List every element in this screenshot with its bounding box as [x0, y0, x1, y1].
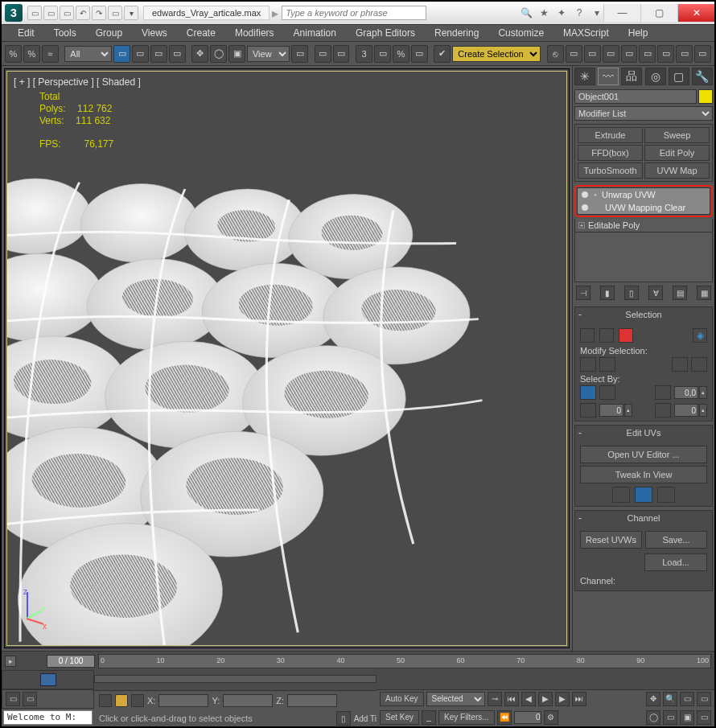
motion-panel-icon[interactable]: ◎ — [645, 68, 666, 85]
modify-panel-icon[interactable]: 〰 — [598, 68, 619, 85]
snap-icon[interactable]: 3 — [356, 45, 372, 63]
undo-icon[interactable]: ↶ — [76, 6, 90, 20]
close-button[interactable]: ✕ — [677, 4, 714, 22]
keymode-icon[interactable]: ⊸ — [488, 692, 502, 706]
coord-x-field[interactable] — [158, 694, 208, 707]
unlink-icon[interactable]: % — [23, 45, 40, 63]
modifier-list-dropdown[interactable]: Modifier List — [574, 106, 713, 121]
current-frame-field[interactable] — [514, 711, 541, 724]
expand-icon[interactable]: + — [578, 222, 585, 228]
help-drop-icon[interactable]: ▾ — [590, 6, 603, 19]
play-icon[interactable]: ▶ — [538, 692, 553, 706]
stack-item-uvwclear[interactable]: UVW Mapping Clear — [578, 201, 710, 214]
angle-icon[interactable] — [599, 385, 615, 400]
link-icon[interactable]: % — [5, 45, 22, 63]
element-subobj-icon[interactable]: ◈ — [693, 328, 707, 343]
render-setup-icon[interactable]: ▭ — [657, 45, 674, 63]
sg-icon[interactable] — [655, 403, 671, 417]
nav-zoom-icon[interactable]: 🔍 — [663, 692, 677, 706]
nav-walk-icon[interactable]: ▭ — [663, 710, 677, 725]
nav-orbit-icon[interactable]: ◯ — [646, 710, 660, 725]
matid-icon[interactable] — [580, 403, 596, 417]
anglesnap-icon[interactable]: ▭ — [374, 45, 391, 63]
favorite-icon[interactable]: ★ — [537, 6, 550, 19]
keymode-icon[interactable]: ▭ — [333, 45, 350, 63]
mini-tv-icon[interactable]: ▭ — [6, 692, 20, 706]
menu-grapheditors[interactable]: Graph Editors — [346, 25, 425, 41]
select-name-icon[interactable]: ▭ — [132, 45, 149, 63]
planar-icon[interactable] — [580, 385, 596, 400]
link-icon[interactable]: ▭ — [108, 6, 122, 20]
prev-key-icon[interactable]: ⏪ — [497, 710, 512, 725]
nav-maximize-icon[interactable]: ▣ — [680, 710, 694, 725]
selection-filter-dropdown[interactable]: All — [64, 46, 112, 62]
menu-group[interactable]: Group — [86, 25, 132, 41]
hierarchy-panel-icon[interactable]: 品 — [621, 68, 642, 85]
menu-modifiers[interactable]: Modifiers — [225, 25, 284, 41]
editnamed-icon[interactable]: ✔ — [434, 45, 451, 63]
add-time-tag-icon[interactable]: ▯ — [336, 711, 351, 726]
move-icon[interactable]: ✥ — [191, 45, 208, 63]
menu-tools[interactable]: Tools — [44, 25, 86, 41]
abs-rel-icon[interactable] — [131, 694, 144, 707]
schematic-icon[interactable]: ▭ — [621, 45, 638, 63]
lock-icon[interactable] — [115, 694, 128, 707]
keyfilters-button[interactable]: Key Filters... — [438, 710, 495, 725]
mirror-icon[interactable]: ⎋ — [547, 45, 564, 63]
infocenter-icon[interactable]: 🔍 — [520, 6, 533, 19]
scale-icon[interactable]: ▣ — [228, 45, 245, 63]
unique-icon[interactable]: ▯ — [624, 286, 639, 300]
trackbar-mini[interactable] — [2, 670, 94, 689]
menu-maxscript[interactable]: MAXScript — [553, 25, 619, 41]
help-icon[interactable]: ? — [573, 6, 586, 19]
menu-help[interactable]: Help — [619, 25, 658, 41]
display-panel-icon[interactable]: ▢ — [669, 68, 689, 85]
menu-create[interactable]: Create — [177, 25, 225, 41]
window-cross-icon[interactable]: ▭ — [169, 45, 186, 63]
viewport-label[interactable]: [ + ] [ Perspective ] [ Shaded ] — [14, 76, 141, 88]
pivot-icon[interactable]: ▭ — [291, 45, 308, 63]
minimize-button[interactable]: — — [603, 4, 640, 22]
maximize-button[interactable]: ▢ — [640, 4, 677, 22]
spinnersnap-icon[interactable]: ▭ — [411, 45, 428, 63]
trackview-icon[interactable] — [40, 673, 56, 686]
coord-y-field[interactable] — [223, 694, 273, 707]
ignore-backfacing-icon[interactable] — [655, 385, 671, 400]
add-time-label[interactable]: Add Ti — [354, 714, 377, 723]
keymode-dropdown[interactable]: Selected — [426, 692, 486, 706]
load-uvws-button[interactable]: Load... — [644, 553, 707, 571]
subscription-icon[interactable]: ✦ — [555, 6, 568, 19]
nav-fov-icon[interactable]: ▭ — [680, 692, 694, 706]
remove-mod-icon[interactable]: ∀ — [648, 286, 663, 300]
open-uv-editor-button[interactable]: Open UV Editor ... — [580, 446, 707, 463]
menu-animation[interactable]: Animation — [284, 25, 346, 41]
shrink-icon[interactable] — [599, 357, 615, 372]
planar-angle-field[interactable] — [674, 386, 698, 399]
matid-field[interactable] — [599, 404, 623, 417]
nav-pan-icon[interactable]: ✥ — [646, 692, 660, 706]
stack-options-icon[interactable]: ▦ — [697, 286, 711, 300]
bind-icon[interactable]: ≈ — [42, 45, 59, 63]
goto-start-icon[interactable]: ⏮ — [504, 692, 519, 706]
mod-sweep-button[interactable]: Sweep — [644, 127, 710, 143]
app-menu-icon[interactable]: 3 — [5, 4, 23, 22]
mod-ffdbox-button[interactable]: FFD(box) — [578, 145, 643, 161]
quickplanar-active-icon[interactable] — [635, 487, 652, 503]
manip-icon[interactable]: ▭ — [315, 45, 331, 63]
object-name-field[interactable] — [574, 89, 697, 104]
menu-edit[interactable]: Edit — [8, 25, 44, 41]
search-input[interactable] — [282, 6, 426, 20]
menu-rendering[interactable]: Rendering — [425, 25, 488, 41]
material-editor-icon[interactable]: ▭ — [639, 45, 656, 63]
sel-lock-icon[interactable] — [99, 694, 112, 707]
rollup-header[interactable]: - Edit UVs — [575, 426, 712, 440]
nav-extents-icon[interactable]: ▭ — [697, 692, 711, 706]
open-icon[interactable]: ▭ — [43, 6, 58, 20]
stack-item-unwrap[interactable]: + Unwrap UVW — [578, 188, 710, 201]
mod-turbosmooth-button[interactable]: TurboSmooth — [578, 162, 643, 179]
mod-editpoly-button[interactable]: Edit Poly — [644, 145, 710, 161]
spinner-icon[interactable]: ▴ — [699, 386, 707, 399]
create-panel-icon[interactable]: ✳ — [574, 68, 595, 85]
stack-item-editablepoly[interactable]: + Editable Poly — [575, 219, 712, 232]
render-icon[interactable]: ▭ — [694, 45, 711, 63]
